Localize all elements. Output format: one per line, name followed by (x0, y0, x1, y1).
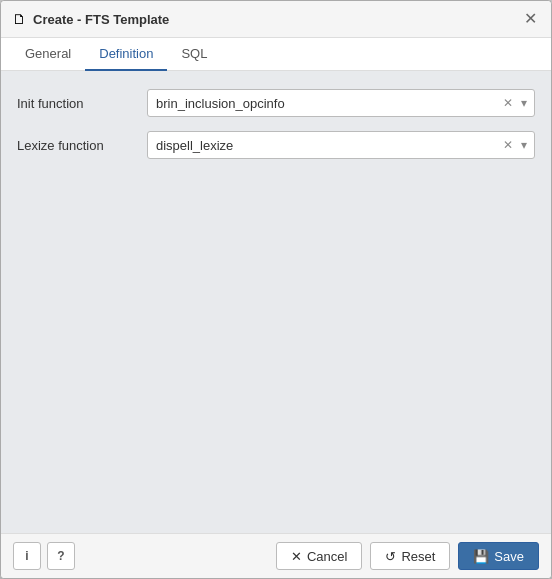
footer-left: i ? (13, 542, 75, 570)
lexize-function-value: dispell_lexize (156, 138, 500, 153)
tab-sql[interactable]: SQL (167, 38, 221, 71)
dialog-title-left: 🗋 Create - FTS Template (11, 11, 169, 27)
save-button[interactable]: 💾 Save (458, 542, 539, 570)
dialog-icon: 🗋 (11, 11, 27, 27)
tab-general[interactable]: General (11, 38, 85, 71)
lexize-function-field[interactable]: dispell_lexize ✕ ▾ (147, 131, 535, 159)
init-function-row: Init function brin_inclusion_opcinfo ✕ ▾ (17, 89, 535, 117)
lexize-function-row: Lexize function dispell_lexize ✕ ▾ (17, 131, 535, 159)
lexize-function-clear-btn[interactable]: ✕ (500, 137, 516, 153)
lexize-function-label: Lexize function (17, 138, 147, 153)
cancel-button[interactable]: ✕ Cancel (276, 542, 362, 570)
dialog-body: Init function brin_inclusion_opcinfo ✕ ▾… (1, 71, 551, 533)
cancel-icon: ✕ (291, 549, 302, 564)
reset-label: Reset (401, 549, 435, 564)
dialog-footer: i ? ✕ Cancel ↺ Reset 💾 Save (1, 533, 551, 578)
close-button[interactable]: ✕ (520, 9, 541, 29)
init-function-label: Init function (17, 96, 147, 111)
reset-icon: ↺ (385, 549, 396, 564)
cancel-label: Cancel (307, 549, 347, 564)
init-function-clear-btn[interactable]: ✕ (500, 95, 516, 111)
lexize-function-actions: ✕ ▾ (500, 137, 530, 153)
dialog: 🗋 Create - FTS Template ✕ General Defini… (0, 0, 552, 579)
dialog-title: Create - FTS Template (33, 12, 169, 27)
init-function-value: brin_inclusion_opcinfo (156, 96, 500, 111)
save-icon: 💾 (473, 549, 489, 564)
save-label: Save (494, 549, 524, 564)
footer-right: ✕ Cancel ↺ Reset 💾 Save (276, 542, 539, 570)
tab-bar: General Definition SQL (1, 38, 551, 71)
info-button[interactable]: i (13, 542, 41, 570)
init-function-actions: ✕ ▾ (500, 95, 530, 111)
init-function-field[interactable]: brin_inclusion_opcinfo ✕ ▾ (147, 89, 535, 117)
help-button[interactable]: ? (47, 542, 75, 570)
tab-definition[interactable]: Definition (85, 38, 167, 71)
reset-button[interactable]: ↺ Reset (370, 542, 450, 570)
lexize-function-dropdown-btn[interactable]: ▾ (518, 137, 530, 153)
init-function-dropdown-btn[interactable]: ▾ (518, 95, 530, 111)
dialog-titlebar: 🗋 Create - FTS Template ✕ (1, 1, 551, 38)
